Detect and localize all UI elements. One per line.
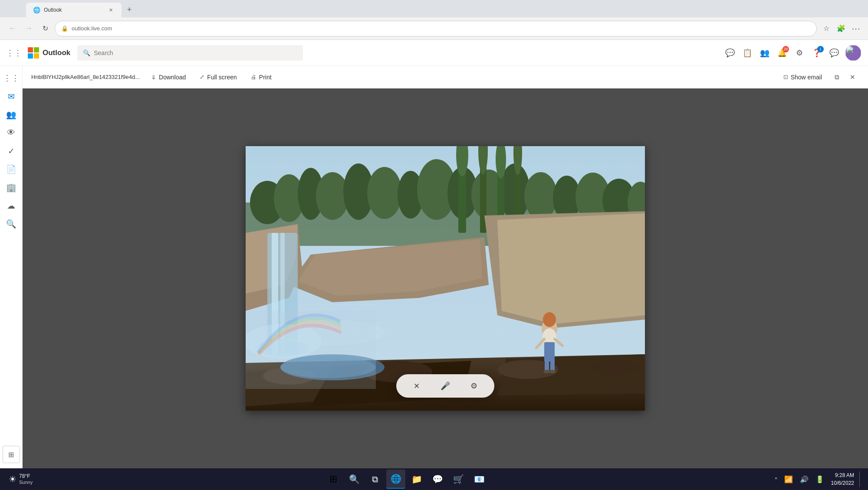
floating-close-button[interactable]: ✕ xyxy=(408,378,425,394)
print-label: Print xyxy=(259,74,272,81)
files-icon: 📁 xyxy=(411,474,422,484)
sidebar-item-all-apps[interactable]: ⊞ xyxy=(3,446,20,463)
print-button[interactable]: 🖨 Print xyxy=(245,71,278,83)
show-email-button[interactable]: ⊡ Show email xyxy=(777,71,828,83)
svg-rect-54 xyxy=(550,359,555,372)
browser-tab-active[interactable]: 🌐 Outlook ✕ xyxy=(26,3,122,17)
feedback-button[interactable]: 💬 xyxy=(826,45,842,61)
attachment-name: HnblBlYHJ2pllkAe86arl_8e1423321f9e4d... xyxy=(31,74,140,80)
notifications-button[interactable]: 🔔 20 xyxy=(774,45,790,61)
pop-out-button[interactable]: ⧉ xyxy=(830,70,844,84)
search-input[interactable] xyxy=(94,49,297,56)
edge-menu-button[interactable]: ⋯ xyxy=(849,22,863,36)
taskbar-search-icon: 🔍 xyxy=(349,474,360,484)
clock[interactable]: 9:28 AM 10/6/2022 xyxy=(829,470,856,489)
floating-settings-button[interactable]: ⚙ xyxy=(466,378,482,394)
download-icon: ⇓ xyxy=(151,74,156,81)
forward-button[interactable]: → xyxy=(22,22,36,36)
close-icon: ✕ xyxy=(414,382,420,391)
windows-start-icon: ⊞ xyxy=(329,474,337,485)
weather-sun-icon: ☀ xyxy=(9,474,16,484)
show-email-icon: ⊡ xyxy=(783,74,788,80)
people-button[interactable]: 👥 xyxy=(757,45,773,61)
sidebar-item-people[interactable]: 👥 xyxy=(3,106,20,123)
weather-widget[interactable]: ☀ 78°F Sunny xyxy=(5,471,36,487)
sidebar-item-files[interactable]: 📄 xyxy=(3,160,20,178)
extensions-button[interactable]: 🧩 xyxy=(834,22,848,36)
help-badge: 1 xyxy=(817,46,824,52)
notification-badge: 20 xyxy=(783,46,789,52)
fullscreen-button[interactable]: ⤢ Full screen xyxy=(194,71,243,83)
network-icon: 📶 xyxy=(784,476,793,483)
sidebar-item-org[interactable]: 🏢 xyxy=(3,179,20,196)
sound-button[interactable]: 🔊 xyxy=(798,474,810,485)
sound-icon: 🔊 xyxy=(800,476,809,483)
tab-close-button[interactable]: ✕ xyxy=(107,6,115,14)
outlook-body: ⋮⋮ ✉ 👥 👁 ✓ 📄 🏢 ☁ 🔍 ⊞ HnblBlYHJ2pllkAe86a… xyxy=(0,66,868,468)
settings-button[interactable]: ⚙ xyxy=(792,45,807,61)
back-button[interactable]: ← xyxy=(5,22,19,36)
address-text: outlook.live.com xyxy=(72,25,112,32)
sidebar-item-cloud[interactable]: ☁ xyxy=(3,197,20,214)
search-bar[interactable]: 🔍 xyxy=(77,45,303,61)
taskview-icon: ⧉ xyxy=(372,474,378,484)
svg-point-46 xyxy=(591,359,638,375)
taskbar: ☀ 78°F Sunny ⊞ 🔍 ⧉ 🌐 📁 💬 xyxy=(0,468,868,490)
taskbar-start-button[interactable]: ⊞ xyxy=(324,470,343,489)
close-viewer-button[interactable]: ✕ xyxy=(845,70,859,84)
clock-date: 10/6/2022 xyxy=(831,479,854,487)
svg-marker-30 xyxy=(497,213,645,324)
app-grid-button[interactable]: ⋮⋮ xyxy=(7,46,21,60)
edge-icon: 🌐 xyxy=(391,474,401,484)
help-button[interactable]: ❓ 1 xyxy=(809,45,825,61)
weather-temp: 78°F xyxy=(19,473,33,479)
show-desktop-button[interactable] xyxy=(859,471,863,487)
download-button[interactable]: ⇓ Download xyxy=(145,71,192,83)
system-tray: ^ 📶 🔊 🔋 9:28 AM 10/6/2022 xyxy=(773,470,863,489)
fullscreen-label: Full screen xyxy=(207,74,237,81)
weather-info: 78°F Sunny xyxy=(19,473,33,485)
tray-expand-button[interactable]: ^ xyxy=(773,475,779,483)
svg-point-50 xyxy=(543,312,556,327)
sidebar-item-apps-menu[interactable]: ⋮⋮ xyxy=(3,69,20,87)
header-right-icons: 💬 📋 👥 🔔 20 ⚙ ❓ 1 💬 xyxy=(722,45,861,61)
taskbar-store-button[interactable]: 🛒 xyxy=(449,470,468,489)
address-bar[interactable]: 🔒 outlook.live.com xyxy=(55,21,817,36)
refresh-button[interactable]: ↻ xyxy=(38,22,52,36)
favorites-button[interactable]: ☆ xyxy=(819,22,833,36)
tab-favicon: 🌐 xyxy=(33,7,40,13)
search-icon: 🔍 xyxy=(83,49,90,56)
teams-icon: 💬 xyxy=(432,474,443,484)
taskbar-edge-button[interactable]: 🌐 xyxy=(386,470,405,489)
battery-button[interactable]: 🔋 xyxy=(814,474,826,485)
taskbar-mail-button[interactable]: 📧 xyxy=(470,470,489,489)
fullscreen-icon: ⤢ xyxy=(200,74,204,80)
weather-condition: Sunny xyxy=(19,480,33,485)
browser-toolbar-icons: ☆ 🧩 ⋯ xyxy=(819,22,863,36)
sidebar-item-search[interactable]: 🔍 xyxy=(3,215,20,232)
taskbar-taskview-button[interactable]: ⧉ xyxy=(365,470,385,489)
settings-icon: ⚙ xyxy=(470,381,477,391)
sidebar-item-mail[interactable]: ✉ xyxy=(3,88,20,105)
sidebar-item-tasks[interactable]: ✓ xyxy=(3,142,20,160)
chat-button[interactable]: 💬 xyxy=(722,45,738,61)
ms-logo: Outlook xyxy=(28,47,70,59)
taskbar-search-button[interactable]: 🔍 xyxy=(345,470,364,489)
outlook-sidebar: ⋮⋮ ✉ 👥 👁 ✓ 📄 🏢 ☁ 🔍 ⊞ xyxy=(0,66,23,468)
taskbar-files-button[interactable]: 📁 xyxy=(407,470,426,489)
browser-toolbar: ← → ↻ 🔒 outlook.live.com ☆ 🧩 ⋯ xyxy=(0,17,868,40)
user-avatar[interactable] xyxy=(845,45,861,61)
floating-controls: ✕ 🎤 ⚙ xyxy=(396,374,494,398)
calendar-button[interactable]: 📋 xyxy=(740,45,755,61)
sidebar-item-groups[interactable]: 👁 xyxy=(3,124,20,141)
show-email-label: Show email xyxy=(791,74,822,81)
displayed-image: ✕ 🎤 ⚙ xyxy=(246,146,645,411)
mail-taskbar-icon: 📧 xyxy=(474,474,485,484)
svg-point-8 xyxy=(367,167,402,219)
new-tab-button[interactable]: + xyxy=(123,3,135,16)
floating-mic-button[interactable]: 🎤 xyxy=(437,378,454,394)
lock-icon: 🔒 xyxy=(61,25,68,32)
outlook-header: ⋮⋮ Outlook 🔍 💬 📋 👥 xyxy=(0,40,868,66)
taskbar-teams-button[interactable]: 💬 xyxy=(428,470,447,489)
network-button[interactable]: 📶 xyxy=(783,474,795,485)
